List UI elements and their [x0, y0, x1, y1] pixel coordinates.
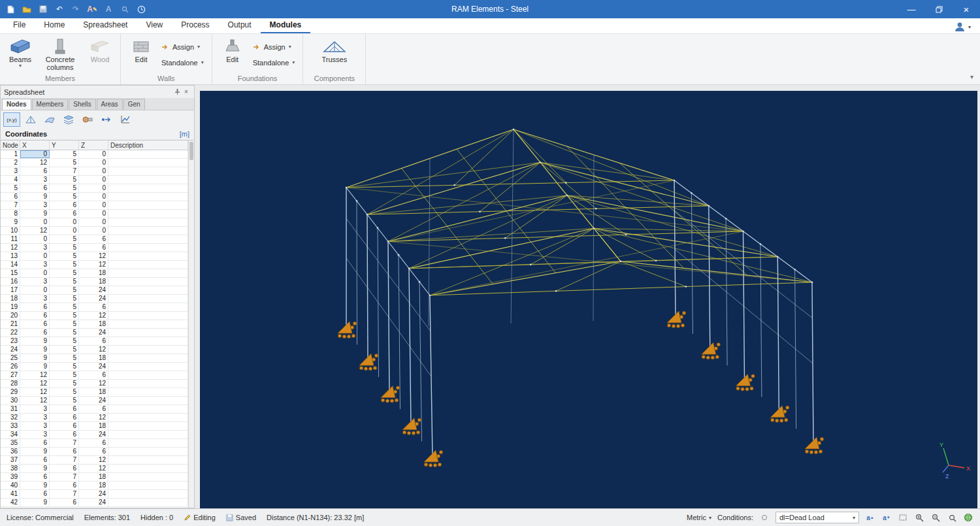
table-cell[interactable]: 0	[20, 269, 50, 277]
restore-button[interactable]	[925, 0, 953, 18]
table-cell[interactable]: 24	[79, 490, 108, 498]
menu-tab-spreadsheet[interactable]: Spreadsheet	[74, 18, 137, 33]
table-cell[interactable]: 0	[79, 227, 108, 235]
annotate-icon[interactable]: A✎	[87, 4, 97, 14]
table-cell[interactable]: 18	[79, 320, 108, 328]
row-number-cell[interactable]: 15	[1, 269, 20, 277]
table-cell[interactable]: 24	[79, 499, 108, 506]
table-cell[interactable]	[108, 176, 188, 184]
table-scrollbar[interactable]	[188, 140, 194, 508]
row-number-cell[interactable]: 37	[1, 456, 20, 464]
table-cell[interactable]: 0	[20, 218, 50, 226]
row-number-cell[interactable]: 36	[1, 448, 20, 455]
row-number-cell[interactable]: 35	[1, 439, 20, 447]
menu-tab-file[interactable]: File	[4, 18, 35, 33]
search-tool-icon[interactable]	[120, 4, 130, 14]
table-cell[interactable]: 24	[79, 329, 108, 337]
table-cell[interactable]: 5	[50, 261, 79, 269]
font-tool-icon[interactable]: A	[103, 4, 114, 14]
row-number-cell[interactable]: 12	[1, 244, 20, 252]
table-cell[interactable]	[108, 210, 188, 218]
table-cell[interactable]: 6	[50, 405, 79, 413]
table-cell[interactable]: 0	[79, 159, 108, 167]
column-header-y[interactable]: Y	[50, 140, 79, 150]
table-cell[interactable]	[108, 456, 188, 464]
table-cell[interactable]: 5	[50, 193, 79, 201]
row-number-cell[interactable]: 27	[1, 371, 20, 379]
walls-assign-button[interactable]: Assign ▾	[161, 43, 204, 51]
table-cell[interactable]: 9	[20, 354, 50, 362]
menu-tab-process[interactable]: Process	[172, 18, 218, 33]
table-cell[interactable]: 5	[50, 286, 79, 294]
table-cell[interactable]: 12	[79, 252, 108, 260]
row-number-cell[interactable]: 25	[1, 354, 20, 362]
table-cell[interactable]: 7	[50, 439, 79, 447]
table-cell[interactable]: 18	[79, 388, 108, 396]
table-cell[interactable]: 0	[79, 150, 108, 158]
row-number-cell[interactable]: 18	[1, 295, 20, 303]
table-cell[interactable]: 6	[50, 431, 79, 438]
table-cell[interactable]: 9	[20, 337, 50, 345]
table-cell[interactable]: 12	[20, 397, 50, 404]
menu-tab-modules[interactable]: Modules	[261, 18, 311, 33]
zoom-window-icon[interactable]	[898, 512, 908, 523]
row-number-cell[interactable]: 16	[1, 278, 20, 286]
table-cell[interactable]: 5	[50, 380, 79, 387]
table-cell[interactable]	[108, 184, 188, 192]
font-decrease-icon[interactable]: a▼	[881, 512, 892, 523]
table-cell[interactable]: 12	[79, 312, 108, 320]
condition-nav-icon[interactable]	[759, 512, 770, 523]
spreadsheet-tab-shells[interactable]: Shells	[69, 99, 95, 110]
table-cell[interactable]	[108, 329, 188, 337]
table-cell[interactable]: 24	[79, 431, 108, 438]
column-header-z[interactable]: Z	[79, 140, 108, 150]
menu-tab-home[interactable]: Home	[35, 18, 74, 33]
table-cell[interactable]	[108, 312, 188, 320]
row-number-cell[interactable]: 40	[1, 482, 20, 489]
table-cell[interactable]: 5	[50, 184, 79, 192]
table-cell[interactable]	[108, 244, 188, 252]
user-account-button[interactable]: ▾	[954, 22, 980, 33]
table-cell[interactable]: 3	[20, 201, 50, 209]
table-cell[interactable]: 5	[50, 397, 79, 404]
table-cell[interactable]	[108, 414, 188, 421]
table-cell[interactable]: 5	[50, 388, 79, 396]
table-cell[interactable]: 5	[50, 312, 79, 320]
row-number-cell[interactable]: 34	[1, 431, 20, 438]
table-cell[interactable]: 24	[79, 295, 108, 303]
table-cell[interactable]	[108, 465, 188, 472]
table-cell[interactable]	[108, 320, 188, 328]
table-cell[interactable]: 6	[50, 414, 79, 421]
row-number-cell[interactable]: 23	[1, 337, 20, 345]
chart-tool-icon[interactable]	[117, 112, 134, 127]
row-number-cell[interactable]: 31	[1, 405, 20, 413]
table-cell[interactable]: 12	[79, 465, 108, 472]
table-cell[interactable]: 12	[20, 371, 50, 379]
table-cell[interactable]: 0	[50, 227, 79, 235]
table-cell[interactable]: 12	[20, 227, 50, 235]
table-cell[interactable]: 12	[20, 159, 50, 167]
table-cell[interactable]: 7	[50, 473, 79, 481]
column-header-x[interactable]: X	[20, 140, 50, 150]
table-cell[interactable]: 7	[50, 456, 79, 464]
foundations-edit-button[interactable]: Edit	[218, 36, 248, 74]
table-cell[interactable]: 6	[20, 329, 50, 337]
table-cell[interactable]: 5	[50, 235, 79, 243]
row-number-cell[interactable]: 20	[1, 312, 20, 320]
table-cell[interactable]	[108, 371, 188, 379]
undo-icon[interactable]: ↶	[54, 4, 65, 14]
row-number-cell[interactable]: 41	[1, 490, 20, 498]
condition-dropdown[interactable]: dl=Dead Load ▾	[776, 512, 859, 523]
table-cell[interactable]: 12	[79, 456, 108, 464]
units-link[interactable]: [m]	[180, 130, 189, 138]
table-cell[interactable]	[108, 490, 188, 498]
table-cell[interactable]: 18	[79, 422, 108, 430]
render-mode-icon[interactable]	[963, 512, 973, 523]
zoom-out-icon[interactable]	[930, 512, 941, 523]
table-cell[interactable]: 5	[50, 295, 79, 303]
table-cell[interactable]: 0	[79, 167, 108, 175]
frame-generator-icon[interactable]	[22, 112, 39, 127]
table-cell[interactable]	[108, 269, 188, 277]
row-number-cell[interactable]: 1	[1, 150, 20, 158]
table-cell[interactable]: 5	[50, 320, 79, 328]
